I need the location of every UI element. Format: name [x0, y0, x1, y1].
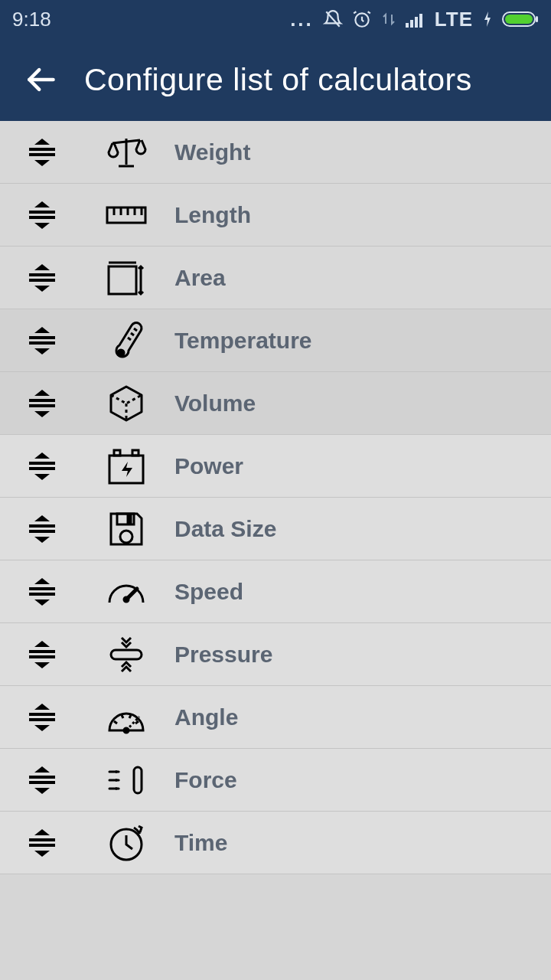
svg-marker-13 — [34, 160, 50, 166]
svg-rect-50 — [29, 467, 55, 470]
svg-marker-67 — [34, 641, 50, 647]
status-bar: 9:18 ... LTE — [0, 0, 551, 38]
svg-marker-17 — [34, 201, 50, 207]
drag-handle-icon[interactable] — [0, 702, 84, 733]
svg-rect-69 — [29, 655, 55, 658]
network-label: LTE — [435, 8, 473, 31]
list-item[interactable]: Area — [0, 247, 551, 309]
alarm-icon — [352, 9, 372, 29]
svg-rect-86 — [134, 767, 142, 793]
svg-rect-57 — [29, 530, 55, 533]
battery-power-icon — [84, 446, 168, 486]
svg-line-40 — [128, 338, 131, 340]
svg-rect-88 — [29, 838, 55, 841]
list-item[interactable]: Length — [0, 184, 551, 247]
list-item[interactable]: Force — [0, 749, 551, 812]
svg-rect-35 — [29, 336, 55, 339]
svg-rect-56 — [29, 524, 55, 528]
svg-rect-84 — [29, 781, 55, 784]
cube-icon — [84, 384, 168, 423]
list-item-label: Weight — [168, 139, 250, 165]
list-item[interactable]: Pressure — [0, 623, 551, 686]
svg-rect-3 — [410, 20, 413, 28]
scale-icon — [84, 134, 168, 171]
drag-handle-icon[interactable] — [0, 514, 84, 544]
signal-icon — [406, 11, 425, 28]
svg-rect-11 — [29, 148, 55, 151]
svg-marker-30 — [34, 286, 50, 292]
svg-rect-74 — [29, 718, 55, 721]
svg-rect-31 — [109, 266, 136, 294]
svg-rect-19 — [29, 216, 55, 219]
status-right: ... LTE — [290, 8, 539, 31]
back-button[interactable] — [14, 53, 67, 106]
list-item[interactable]: Time — [0, 812, 551, 874]
list-item[interactable]: Temperature — [0, 309, 551, 372]
svg-marker-72 — [34, 704, 50, 710]
list-item[interactable]: Angle — [0, 686, 551, 749]
svg-rect-7 — [505, 15, 533, 24]
drag-handle-icon[interactable] — [0, 765, 84, 795]
battery-icon — [502, 10, 539, 28]
svg-marker-65 — [34, 599, 50, 606]
svg-line-79 — [122, 715, 123, 718]
list-item-label: Volume — [168, 390, 256, 416]
svg-marker-27 — [34, 264, 50, 270]
svg-marker-10 — [34, 139, 50, 145]
thermometer-icon — [84, 321, 168, 361]
list-item[interactable]: Speed — [0, 560, 551, 623]
svg-point-41 — [118, 350, 124, 356]
app-header: Configure list of calculators — [0, 38, 551, 121]
drag-handle-icon[interactable] — [0, 577, 84, 607]
svg-rect-4 — [415, 17, 418, 28]
svg-marker-37 — [34, 348, 50, 354]
svg-marker-82 — [34, 766, 50, 773]
svg-marker-75 — [34, 725, 50, 731]
svg-line-78 — [114, 721, 117, 724]
list-item-label: Angle — [168, 704, 238, 730]
svg-rect-43 — [29, 399, 55, 402]
svg-rect-18 — [29, 211, 55, 214]
list-item-label: Temperature — [168, 328, 312, 354]
drag-handle-icon[interactable] — [0, 200, 84, 230]
drag-handle-icon[interactable] — [0, 388, 84, 419]
svg-rect-49 — [29, 462, 55, 465]
list-item[interactable]: Volume — [0, 372, 551, 435]
svg-marker-34 — [34, 327, 50, 333]
list-item-label: Time — [168, 830, 227, 856]
drag-handle-icon[interactable] — [0, 451, 84, 482]
svg-rect-71 — [111, 650, 142, 659]
svg-point-66 — [124, 597, 129, 602]
svg-rect-5 — [419, 14, 422, 28]
svg-marker-20 — [34, 223, 50, 229]
list-item[interactable]: Weight — [0, 121, 551, 184]
svg-marker-51 — [34, 474, 50, 480]
charging-icon — [482, 10, 493, 28]
list-item-label: Data Size — [168, 516, 276, 542]
status-time: 9:18 — [12, 8, 51, 31]
protractor-icon — [84, 700, 168, 735]
drag-handle-icon[interactable] — [0, 263, 84, 293]
svg-marker-58 — [34, 537, 50, 543]
drag-handle-icon[interactable] — [0, 828, 84, 858]
svg-marker-42 — [34, 390, 50, 396]
mute-icon — [323, 9, 343, 29]
list-item-label: Speed — [168, 579, 243, 605]
svg-point-60 — [120, 531, 132, 543]
drag-handle-icon[interactable] — [0, 137, 84, 168]
drag-handle-icon[interactable] — [0, 639, 84, 670]
list-item[interactable]: Power — [0, 435, 551, 498]
arrow-left-icon — [24, 63, 57, 96]
svg-rect-8 — [536, 16, 538, 22]
list-item-label: Length — [168, 202, 251, 228]
drag-handle-icon[interactable] — [0, 325, 84, 356]
floppy-icon — [84, 509, 168, 549]
svg-rect-63 — [29, 587, 55, 590]
svg-rect-36 — [29, 341, 55, 345]
svg-marker-45 — [34, 411, 50, 417]
more-icon: ... — [290, 8, 314, 31]
gauge-icon — [84, 577, 168, 607]
svg-marker-87 — [34, 829, 50, 835]
list-item-label: Pressure — [168, 642, 272, 668]
list-item[interactable]: Data Size — [0, 498, 551, 560]
